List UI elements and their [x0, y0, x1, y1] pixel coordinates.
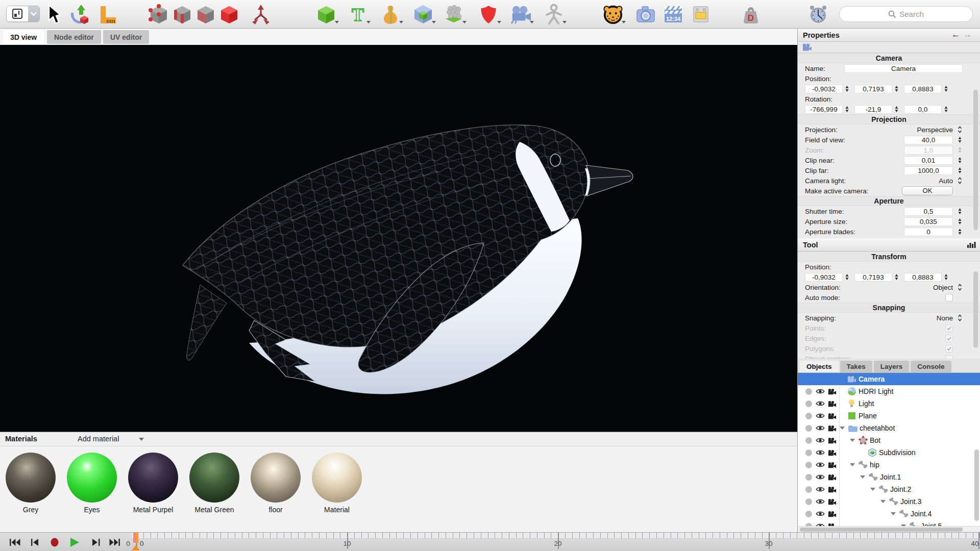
name-field[interactable]: Camera — [844, 64, 963, 73]
object-row-plane[interactable]: Plane — [798, 410, 980, 422]
clip-far-field[interactable]: 1000,0 — [904, 166, 953, 175]
stepper-icon[interactable] — [894, 273, 899, 281]
radio-toggle-icon[interactable] — [805, 498, 812, 505]
chevron-down-icon[interactable] — [28, 6, 39, 21]
position-y-field[interactable]: 0,7193 — [854, 85, 892, 93]
material-sphere[interactable] — [189, 453, 239, 503]
objects-scrollbar[interactable] — [974, 449, 979, 521]
object-row-hip[interactable]: hip — [798, 459, 980, 471]
radio-toggle-icon[interactable] — [805, 425, 812, 432]
stopwatch-icon[interactable] — [807, 4, 829, 25]
weight-icon[interactable]: D — [740, 4, 762, 25]
add-material-button[interactable]: Add material — [78, 435, 119, 443]
step-back-button[interactable] — [28, 537, 43, 547]
object-row-joint3[interactable]: Joint.3 — [798, 495, 980, 508]
stepper-icon[interactable] — [957, 228, 963, 235]
tab-uv-editor[interactable]: UV editor — [103, 30, 149, 44]
tab-node-editor[interactable]: Node editor — [47, 30, 101, 44]
tool-position-x-field[interactable]: -0,9032 — [805, 273, 843, 282]
3d-viewport[interactable] — [0, 45, 797, 432]
playhead-marker-icon[interactable] — [132, 545, 140, 550]
material-sphere[interactable] — [312, 453, 362, 503]
radio-toggle-icon[interactable] — [805, 437, 812, 444]
visibility-eye-icon[interactable] — [815, 425, 825, 431]
render-visibility-icon[interactable] — [827, 449, 837, 456]
render-visibility-icon[interactable] — [827, 511, 837, 517]
popup-chevrons-icon[interactable] — [957, 283, 963, 291]
object-row-light[interactable]: Light — [798, 397, 980, 410]
ok-button[interactable]: OK — [902, 186, 953, 195]
fov-field[interactable]: 40,0 — [904, 136, 953, 144]
material-swatch[interactable]: Eyes — [63, 453, 120, 514]
properties-scrollbar[interactable] — [973, 90, 978, 230]
stepper-icon[interactable] — [957, 157, 963, 164]
chevron-down-icon[interactable] — [530, 21, 534, 23]
playhead[interactable] — [133, 533, 138, 543]
search-input[interactable]: Search — [839, 6, 973, 22]
tool-chart-icon[interactable] — [967, 241, 976, 251]
objects-hscrollbar[interactable] — [798, 526, 980, 532]
render-visibility-icon[interactable] — [827, 474, 837, 481]
stepper-icon[interactable] — [943, 273, 949, 281]
disclosure-triangle-icon[interactable] — [880, 500, 886, 503]
popup-chevrons-icon[interactable] — [957, 177, 963, 185]
stepper-icon[interactable] — [894, 106, 899, 113]
popup-chevrons-icon[interactable] — [957, 126, 963, 134]
visibility-eye-icon[interactable] — [815, 474, 825, 480]
visibility-eye-icon[interactable] — [815, 413, 825, 419]
material-sphere[interactable] — [67, 453, 117, 503]
radiator-icon[interactable] — [690, 4, 712, 25]
material-swatch[interactable]: Grey — [2, 453, 59, 514]
stepper-icon[interactable] — [957, 218, 963, 225]
particles-icon[interactable] — [443, 4, 464, 25]
tool-position-z-field[interactable]: 0,8883 — [904, 273, 942, 282]
point-mode-icon[interactable] — [148, 4, 169, 25]
visibility-eye-icon[interactable] — [815, 498, 825, 505]
skip-to-start-button[interactable] — [7, 537, 22, 547]
object-row-hdri-light[interactable]: HDRI Light — [798, 385, 980, 397]
chevron-down-icon[interactable] — [335, 21, 339, 23]
object-row-cheetahbot[interactable]: cheetahbot — [798, 422, 980, 434]
object-row-joint5[interactable]: Joint.5 — [798, 520, 980, 526]
back-arrow-icon[interactable]: ← — [951, 30, 963, 39]
stepper-icon[interactable] — [943, 106, 949, 113]
tab-3d-view[interactable]: 3D view — [3, 30, 44, 44]
rotation-z-field[interactable]: 0,0 — [904, 105, 942, 114]
shield-icon[interactable] — [478, 4, 499, 25]
render-visibility-icon[interactable] — [827, 400, 837, 407]
position-z-field[interactable]: 0,8883 — [904, 85, 942, 93]
chevron-down-icon[interactable] — [366, 21, 371, 23]
material-sphere[interactable] — [6, 453, 56, 503]
tab-takes[interactable]: Takes — [840, 361, 872, 372]
visibility-eye-icon[interactable] — [815, 486, 825, 492]
tab-layers[interactable]: Layers — [874, 361, 910, 372]
material-swatch[interactable]: Metal Green — [186, 453, 243, 514]
stepper-icon[interactable] — [844, 85, 850, 92]
camera-tab-icon[interactable] — [802, 43, 812, 51]
clip-near-field[interactable]: 0,01 — [904, 156, 953, 165]
stepper-icon[interactable] — [844, 106, 850, 113]
render-visibility-icon[interactable] — [827, 437, 837, 444]
chevron-down-icon[interactable] — [139, 438, 144, 441]
visibility-eye-icon[interactable] — [815, 449, 825, 456]
move-tool[interactable] — [68, 4, 90, 25]
chevron-down-icon[interactable] — [399, 21, 403, 23]
history-arrows[interactable]: ←→ — [951, 30, 975, 40]
radio-toggle-icon[interactable] — [805, 413, 812, 419]
camera-light-value[interactable]: Auto — [907, 177, 953, 185]
play-button[interactable] — [66, 537, 82, 547]
chevron-down-icon[interactable] — [462, 21, 467, 23]
aperture-blades-field[interactable]: 0 — [904, 228, 953, 236]
material-sphere[interactable] — [251, 453, 301, 503]
stepper-icon[interactable] — [957, 167, 963, 174]
render-visibility-icon[interactable] — [827, 425, 837, 432]
radio-toggle-icon[interactable] — [805, 388, 812, 395]
position-x-field[interactable]: -0,9032 — [805, 85, 843, 93]
object-row-camera[interactable]: Camera — [798, 373, 980, 385]
radio-toggle-icon[interactable] — [805, 474, 812, 481]
clapperboard-icon[interactable]: 12:34 — [663, 4, 684, 25]
popup-chevrons-icon[interactable] — [957, 314, 963, 322]
render-visibility-icon[interactable] — [827, 462, 837, 468]
visibility-eye-icon[interactable] — [815, 462, 825, 468]
record-button[interactable] — [47, 537, 62, 547]
